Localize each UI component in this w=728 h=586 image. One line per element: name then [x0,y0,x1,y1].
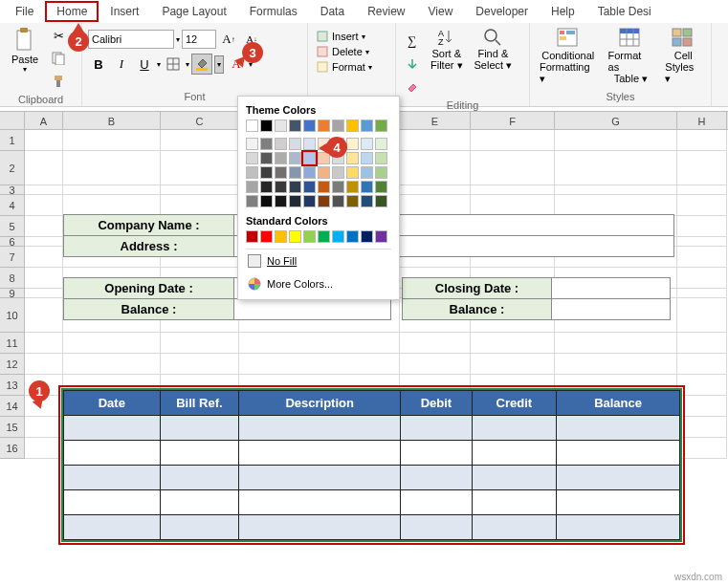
cell[interactable] [239,354,400,375]
color-swatch[interactable] [375,181,387,193]
cell[interactable] [471,333,555,354]
cell[interactable] [63,130,161,151]
tab-formulas[interactable]: Formulas [238,1,309,22]
cell[interactable] [161,151,239,185]
cell[interactable] [63,185,161,195]
cell[interactable] [677,185,727,195]
tab-home[interactable]: Home [45,1,99,22]
color-swatch[interactable] [361,195,373,207]
ledger-header-row[interactable]: Date Bill Ref. Description Debit Credit … [64,391,680,416]
color-swatch[interactable] [260,195,273,207]
color-swatch[interactable] [246,230,258,243]
col-header[interactable]: F [471,112,555,129]
cell[interactable] [677,268,727,289]
color-swatch[interactable] [361,152,373,164]
header-description[interactable]: Description [239,391,401,416]
cell[interactable] [400,130,471,151]
cell[interactable] [400,151,471,185]
col-header[interactable]: G [555,112,677,129]
find-select-button[interactable]: Find &Select ▾ [471,25,517,73]
color-swatch[interactable] [318,230,330,243]
cell[interactable] [677,375,727,396]
cell[interactable] [677,195,727,216]
cells-insert-button[interactable]: Insert ▾ [314,29,367,44]
cell[interactable] [161,354,239,375]
row-header[interactable]: 4 [0,195,25,216]
header-billref[interactable]: Bill Ref. [160,391,239,416]
row-header[interactable]: 1 [0,130,25,151]
cell[interactable] [400,354,471,375]
table-row[interactable] [64,441,680,466]
color-swatch[interactable] [375,230,387,243]
cell[interactable] [25,268,63,289]
color-swatch[interactable] [375,152,387,164]
bold-button[interactable]: B [88,54,109,75]
cell[interactable] [677,354,727,375]
row-header[interactable]: 12 [0,354,25,375]
col-header[interactable]: B [63,112,161,129]
cell[interactable] [25,354,63,375]
cell[interactable] [471,195,555,216]
color-swatch[interactable] [303,181,316,193]
more-colors-item[interactable]: More Colors... [246,272,391,295]
color-swatch[interactable] [260,230,273,243]
cell[interactable] [471,130,555,151]
color-swatch[interactable] [332,195,344,207]
color-swatch[interactable] [332,166,344,179]
color-swatch[interactable] [361,181,373,193]
row-header[interactable]: 10 [0,298,25,333]
tab-view[interactable]: View [417,1,465,22]
copy-button[interactable] [48,48,69,69]
header-credit[interactable]: Credit [472,391,557,416]
tab-review[interactable]: Review [356,1,416,22]
color-swatch[interactable] [246,166,258,179]
color-swatch[interactable] [318,195,330,207]
fill-color-button[interactable] [191,54,212,75]
color-swatch[interactable] [289,195,301,207]
color-swatch[interactable] [361,119,373,132]
cell[interactable] [677,130,727,151]
italic-button[interactable]: I [111,54,132,75]
row-header[interactable]: 15 [0,417,25,438]
cell[interactable] [161,333,239,354]
row-header[interactable]: 9 [0,289,25,298]
color-swatch[interactable] [332,119,344,132]
color-swatch[interactable] [275,195,287,207]
fill-button[interactable] [402,54,423,75]
color-swatch[interactable] [260,166,273,179]
cell[interactable] [400,185,471,195]
font-name-select[interactable] [88,30,174,49]
cell[interactable] [63,195,161,216]
cell[interactable] [555,354,677,375]
tab-developer[interactable]: Developer [464,1,540,22]
row-header[interactable]: 14 [0,396,25,417]
color-swatch[interactable] [289,181,301,193]
color-swatch[interactable] [346,166,359,179]
increase-font-button[interactable]: A↑ [218,29,239,50]
row-header[interactable]: 13 [0,375,25,396]
col-header[interactable]: A [25,112,63,129]
cell[interactable] [25,298,63,333]
cell[interactable] [25,247,63,268]
color-swatch[interactable] [275,230,287,243]
cell[interactable] [400,195,471,216]
font-size-select[interactable] [182,30,216,49]
cell[interactable] [677,247,727,268]
color-swatch[interactable] [375,138,387,150]
row-header[interactable]: 16 [0,438,25,459]
cell[interactable] [471,151,555,185]
row-header[interactable]: 7 [0,247,25,268]
cell-styles-button[interactable]: CellStyles ▾ [661,25,705,86]
color-swatch[interactable] [275,152,287,164]
color-swatch[interactable] [346,230,359,243]
cell[interactable] [677,417,727,438]
cell[interactable] [25,289,63,298]
cell[interactable] [677,438,727,459]
select-all-corner[interactable] [0,112,25,129]
conditional-formatting-button[interactable]: ConditionalFormatting ▾ [536,25,601,86]
color-swatch[interactable] [303,195,316,207]
cell[interactable] [63,151,161,185]
color-swatch[interactable] [260,138,273,150]
cell[interactable] [555,333,677,354]
cell[interactable] [555,130,677,151]
